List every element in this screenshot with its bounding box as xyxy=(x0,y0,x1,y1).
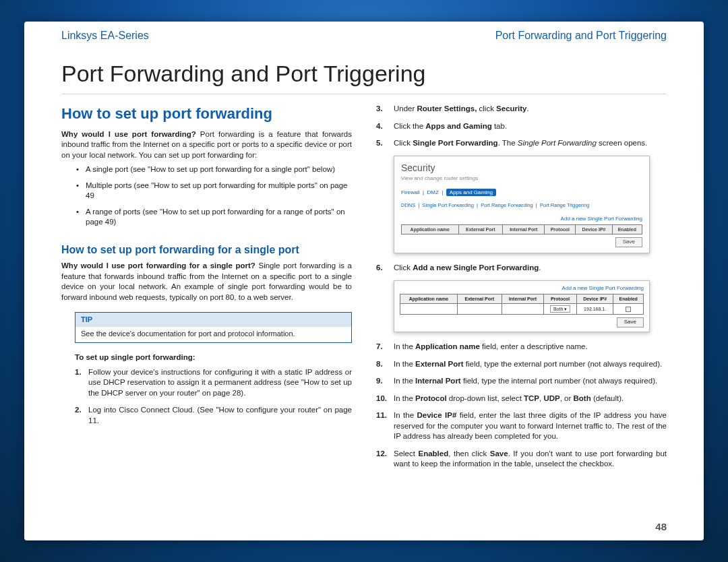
step-9-text: In the Internal Port field, type the int… xyxy=(394,377,657,385)
page-header: Linksys EA-Series Port Forwarding and Po… xyxy=(24,22,704,42)
shot2-th-deviceip: Device IP# xyxy=(576,294,613,303)
shot2-th-intport: Internal Port xyxy=(502,294,544,303)
shot2-table: Application name External Port Internal … xyxy=(400,294,644,315)
steps-right-mid: 6. Click Add a new Single Port Forwardin… xyxy=(376,263,667,274)
shot1-subtab-ddns: DDNS xyxy=(401,202,415,208)
content-columns: How to set up port forwarding Why would … xyxy=(24,104,704,476)
single-port-question: Why would I use port forwarding for a si… xyxy=(61,261,255,270)
screenshot-add-row: Add a new Single Port Forwarding Applica… xyxy=(394,280,650,332)
bullet-single-port: A single port (see "How to set up port f… xyxy=(61,164,352,175)
shot1-savebar: Save xyxy=(401,237,642,247)
shot2-cell-extport xyxy=(457,303,502,314)
left-column: How to set up port forwarding Why would … xyxy=(61,104,352,476)
shot2-cell-deviceip: 192.168.1. xyxy=(576,303,613,314)
step-10-text: In the Protocol drop-down list, select T… xyxy=(394,394,624,402)
shot2-th-appname: Application name xyxy=(400,294,458,303)
header-left: Linksys EA-Series xyxy=(61,30,149,42)
intro-paragraph: Why would I use port forwarding? Port fo… xyxy=(61,129,352,161)
shot2-cell-intport xyxy=(502,303,544,314)
step-7-text: In the Application name field, enter a d… xyxy=(394,342,588,350)
step-11: 11. In the Device IP# field, enter the l… xyxy=(376,410,667,442)
shot2-cell-enabled xyxy=(613,303,644,314)
step-8: 8. In the External Port field, type the … xyxy=(376,359,667,370)
step-10: 10. In the Protocol drop-down list, sele… xyxy=(376,394,667,404)
single-port-paragraph: Why would I use port forwarding for a si… xyxy=(61,261,352,303)
shot1-th-protocol: Protocol xyxy=(545,224,576,234)
shot1-th-enabled: Enabled xyxy=(612,224,642,234)
step-1-text: Follow your device's instructions for co… xyxy=(88,368,352,397)
step-6-text: Click Add a new Single Port Forwarding. xyxy=(394,263,541,272)
step-6: 6. Click Add a new Single Port Forwardin… xyxy=(376,263,667,274)
step-7: 7. In the Application name field, enter … xyxy=(376,342,667,352)
shot2-save-button: Save xyxy=(617,317,644,327)
page-title: Port Forwarding and Port Triggering xyxy=(24,42,704,94)
bullet-multiple-ports: Multiple ports (see "How to set up port … xyxy=(61,181,352,201)
shot1-th-intport: Internal Port xyxy=(503,224,545,234)
shot1-tab-apps-gaming: Apps and Gaming xyxy=(446,189,496,196)
shot1-th-extport: External Port xyxy=(458,224,502,234)
steps-right-bottom: 7. In the Application name field, enter … xyxy=(376,342,667,470)
shot1-subtab-single: Single Port Forwarding xyxy=(423,202,474,208)
shot2-add-link: Add a new Single Port Forwarding xyxy=(400,285,644,292)
shot1-table: Application name External Port Internal … xyxy=(401,224,642,235)
shot1-add-link: Add a new Single Port Forwarding xyxy=(401,216,642,223)
shot1-th-appname: Application name xyxy=(402,224,459,234)
step-3: 3. Under Router Settings, click Security… xyxy=(376,104,667,115)
step-1: 1.Follow your device's instructions for … xyxy=(75,367,352,399)
step-5: 5. Click Single Port Forwarding. The Sin… xyxy=(376,138,667,149)
shot2-th-protocol: Protocol xyxy=(544,294,577,303)
intro-question: Why would I use port forwarding? xyxy=(61,130,196,138)
step-8-text: In the External Port field, type the ext… xyxy=(394,360,662,368)
shot2-input-row: Both ▾ 192.168.1. xyxy=(400,303,644,314)
subsection-heading: How to set up port forwarding for a sing… xyxy=(61,243,352,257)
step-4: 4. Click the Apps and Gaming tab. xyxy=(376,121,667,132)
shot2-cell-appname xyxy=(400,303,458,314)
step-2: 2.Log into Cisco Connect Cloud. (See "Ho… xyxy=(75,405,352,426)
steps-left: 1.Follow your device's instructions for … xyxy=(75,367,352,427)
step-11-text: In the Device IP# field, enter the last … xyxy=(394,411,667,440)
shot1-title: Security xyxy=(401,162,642,175)
shot2-th-extport: External Port xyxy=(457,294,502,303)
shot2-cell-protocol: Both ▾ xyxy=(544,303,577,314)
tip-body: See the device's documentation for port … xyxy=(75,327,351,342)
shot1-th-deviceip: Device IP# xyxy=(576,224,612,234)
steps-right-top: 3. Under Router Settings, click Security… xyxy=(376,104,667,149)
screenshot-security-panel: Security View and change router settings… xyxy=(394,156,650,254)
shot2-th-enabled: Enabled xyxy=(613,294,644,303)
manual-page: Linksys EA-Series Port Forwarding and Po… xyxy=(24,22,704,540)
bullet-range-ports: A range of ports (see "How to set up por… xyxy=(61,207,352,228)
step-12-text: Select Enabled, then click Save. If you … xyxy=(394,449,667,468)
step-12: 12. Select Enabled, then click Save. If … xyxy=(376,449,667,470)
step-4-text: Click the Apps and Gaming tab. xyxy=(394,122,507,130)
section-heading: How to set up port forwarding xyxy=(61,104,352,124)
header-right: Port Forwarding and Port Triggering xyxy=(495,30,667,42)
shot1-save-button: Save xyxy=(615,237,642,247)
tip-heading: TIP xyxy=(75,313,351,327)
shot1-subtabs: DDNS | Single Port Forwarding | Port Ran… xyxy=(401,202,642,209)
step-3-text: Under Router Settings, click Security. xyxy=(394,104,529,113)
step-9: 9. In the Internal Port field, type the … xyxy=(376,376,667,387)
shot1-subtitle: View and change router settings xyxy=(401,175,642,183)
shot2-savebar: Save xyxy=(400,317,644,327)
page-number: 48 xyxy=(655,521,667,532)
shot1-tab-dmz: DMZ xyxy=(427,189,439,195)
intro-bullet-list: A single port (see "How to set up port f… xyxy=(61,164,352,228)
shot1-subtab-range: Port Range Forwarding xyxy=(481,202,533,208)
step-2-text: Log into Cisco Connect Cloud. (See "How … xyxy=(88,406,352,425)
shot1-tabs: Firewall | DMZ | Apps and Gaming xyxy=(401,189,642,197)
title-rule xyxy=(61,94,667,94)
procedure-heading: To set up single port forwarding: xyxy=(75,352,352,363)
step-5-text: Click Single Port Forwarding. The Single… xyxy=(394,139,647,147)
shot2-enabled-checkbox xyxy=(626,307,631,312)
shot1-tab-firewall: Firewall xyxy=(401,189,420,195)
shot1-subtab-trigger: Port Range Triggering xyxy=(540,202,589,208)
right-column: 3. Under Router Settings, click Security… xyxy=(376,104,667,476)
tip-box: TIP See the device's documentation for p… xyxy=(75,312,352,343)
shot2-protocol-select: Both ▾ xyxy=(550,305,570,313)
